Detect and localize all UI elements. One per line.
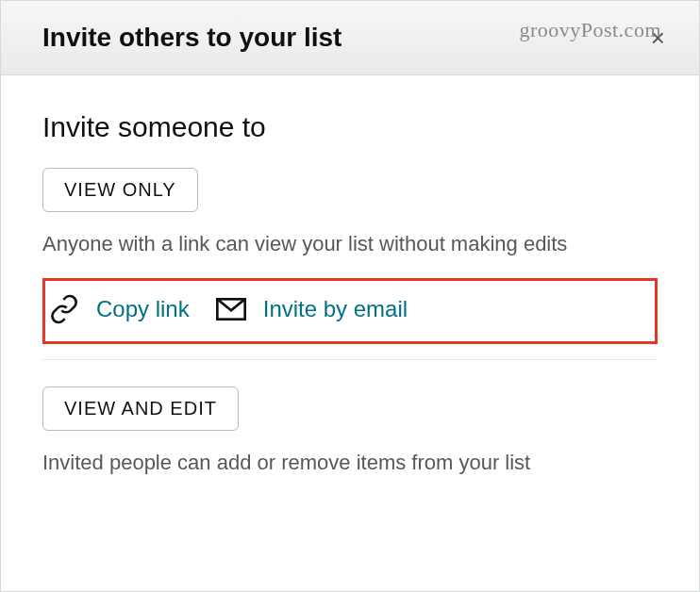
view-and-edit-button[interactable]: VIEW AND EDIT (42, 386, 239, 431)
invite-email-action[interactable]: Invite by email (216, 296, 408, 322)
watermark-text: groovyPost.com (519, 18, 661, 42)
share-actions-row: Copy link Invite by email (42, 278, 658, 344)
view-edit-description: Invited people can add or remove items f… (42, 448, 658, 478)
section-title: Invite someone to (42, 111, 658, 143)
dialog-title: Invite others to your list (42, 23, 342, 53)
dialog-content: Invite someone to VIEW ONLY Anyone with … (1, 75, 699, 525)
link-icon (49, 294, 79, 324)
view-only-description: Anyone with a link can view your list wi… (42, 229, 658, 259)
copy-link-action[interactable]: Copy link (49, 294, 190, 324)
copy-link-label: Copy link (96, 296, 190, 322)
invite-email-label: Invite by email (263, 296, 408, 322)
view-edit-section: VIEW AND EDIT Invited people can add or … (42, 386, 658, 478)
section-divider (42, 359, 658, 360)
email-icon (216, 298, 246, 321)
dialog-header: Invite others to your list groovyPost.co… (1, 1, 699, 75)
view-only-button[interactable]: VIEW ONLY (42, 168, 198, 212)
